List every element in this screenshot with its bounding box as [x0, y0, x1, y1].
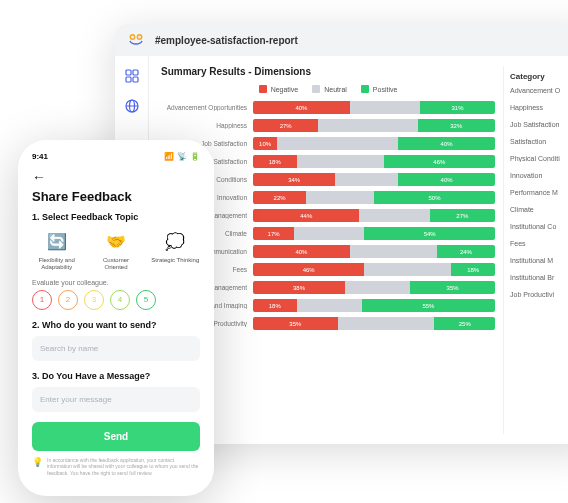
rating-2[interactable]: 2: [58, 290, 78, 310]
bar-segment-pos: 32%: [418, 119, 495, 132]
stacked-bar: 10%40%: [253, 137, 495, 150]
category-item[interactable]: Fees: [510, 240, 568, 247]
bar-segment-neu: [306, 191, 374, 204]
category-item[interactable]: Job Satisfaction: [510, 121, 568, 128]
section-3-label: 3. Do You Have a Message?: [32, 371, 200, 381]
brand-logo: [125, 29, 147, 51]
category-item[interactable]: Happiness: [510, 104, 568, 111]
topic-label: Customer Oriented: [91, 257, 140, 271]
rating-5[interactable]: 5: [136, 290, 156, 310]
status-icons: 📶 📡 🔋: [164, 152, 200, 161]
stacked-bar: 18%55%: [253, 299, 495, 312]
topic-label: Strategic Thinking: [151, 257, 199, 264]
message-input[interactable]: [32, 387, 200, 412]
nav-apps-icon[interactable]: [124, 68, 140, 84]
category-item[interactable]: Institutional Co: [510, 223, 568, 230]
back-button[interactable]: ←: [32, 169, 200, 185]
search-colleague-input[interactable]: [32, 336, 200, 361]
bar-segment-neu: [318, 119, 417, 132]
bar-segment-neg: 27%: [253, 119, 318, 132]
chart-row: Happiness27%32%: [161, 119, 495, 132]
send-button[interactable]: Send: [32, 422, 200, 451]
section-2-label: 2. Who do you want to send?: [32, 320, 200, 330]
bar-segment-neu: [345, 281, 410, 294]
stacked-bar: 46%18%: [253, 263, 495, 276]
bar-segment-neu: [277, 137, 398, 150]
topic-label: Flexibility and Adaptability: [32, 257, 81, 271]
svg-rect-4: [126, 77, 131, 82]
topic-icon: 🔄: [44, 228, 70, 254]
stacked-bar: 38%35%: [253, 281, 495, 294]
bar-segment-neg: 10%: [253, 137, 277, 150]
feedback-topic[interactable]: 🔄Flexibility and Adaptability: [32, 228, 81, 271]
bar-segment-neg: 22%: [253, 191, 306, 204]
stacked-bar: 35%25%: [253, 317, 495, 330]
chart-title: Summary Results - Dimensions: [161, 66, 495, 77]
category-item[interactable]: Institutional M: [510, 257, 568, 264]
chart-row-label: Happiness: [161, 122, 249, 129]
nav-globe-icon[interactable]: [124, 98, 140, 114]
bar-segment-pos: 31%: [420, 101, 495, 114]
bar-segment-neg: 46%: [253, 263, 364, 276]
bar-segment-pos: 24%: [437, 245, 495, 258]
category-list: Advancement OHappinessJob SatisfactionSa…: [510, 87, 568, 298]
legend-negative: Negative: [259, 85, 299, 93]
bar-segment-pos: 35%: [410, 281, 495, 294]
wifi-icon: 📡: [177, 152, 187, 161]
topic-icon: 🤝: [103, 228, 129, 254]
category-item[interactable]: Performance M: [510, 189, 568, 196]
status-time: 9:41: [32, 152, 48, 161]
bar-segment-neu: [335, 173, 398, 186]
category-item[interactable]: Satisfaction: [510, 138, 568, 145]
stacked-bar: 22%50%: [253, 191, 495, 204]
stacked-bar: 40%31%: [253, 101, 495, 114]
chart-row: Job Satisfaction10%40%: [161, 137, 495, 150]
bar-segment-neg: 40%: [253, 101, 350, 114]
disclaimer: 💡 In accordance with the feedback applic…: [32, 457, 200, 477]
chart-legend: Negative Neutral Positive: [161, 85, 495, 93]
category-item[interactable]: Advancement O: [510, 87, 568, 94]
stacked-bar: 34%40%: [253, 173, 495, 186]
bar-segment-neu: [350, 245, 437, 258]
chart-row: Advancement Opportunities40%31%: [161, 101, 495, 114]
bar-segment-neg: 38%: [253, 281, 345, 294]
svg-rect-3: [133, 70, 138, 75]
category-item[interactable]: Physical Conditi: [510, 155, 568, 162]
bar-segment-pos: 46%: [384, 155, 495, 168]
bar-segment-pos: 55%: [362, 299, 495, 312]
rating-3[interactable]: 3: [84, 290, 104, 310]
dashboard-header: #employee-satisfaction-report: [115, 24, 568, 56]
bar-segment-pos: 25%: [434, 317, 495, 330]
legend-positive: Positive: [361, 85, 398, 93]
bar-segment-pos: 40%: [398, 137, 495, 150]
bar-segment-pos: 27%: [430, 209, 495, 222]
svg-point-1: [137, 35, 141, 39]
battery-icon: 🔋: [190, 152, 200, 161]
feedback-topics: 🔄Flexibility and Adaptability🤝Customer O…: [32, 228, 200, 271]
bar-segment-neg: 34%: [253, 173, 335, 186]
bar-segment-neu: [350, 101, 420, 114]
legend-neutral: Neutral: [312, 85, 347, 93]
rating-1[interactable]: 1: [32, 290, 52, 310]
bar-segment-neg: 18%: [253, 155, 297, 168]
stacked-bar: 17%54%: [253, 227, 495, 240]
category-item[interactable]: Institutional Br: [510, 274, 568, 281]
category-item[interactable]: Innovation: [510, 172, 568, 179]
stacked-bar: 40%24%: [253, 245, 495, 258]
feedback-topic[interactable]: 🤝Customer Oriented: [91, 228, 140, 271]
bar-segment-neg: 40%: [253, 245, 350, 258]
rating-group: 12345: [32, 290, 200, 310]
signal-icon: 📶: [164, 152, 174, 161]
bar-segment-neu: [359, 209, 429, 222]
bar-segment-neg: 17%: [253, 227, 294, 240]
feedback-topic[interactable]: 💭Strategic Thinking: [151, 228, 200, 271]
bar-segment-neu: [297, 299, 362, 312]
disclaimer-text: In accordance with the feedback applicat…: [47, 457, 200, 477]
bar-segment-neu: [338, 317, 435, 330]
bar-segment-neu: [294, 227, 364, 240]
bar-segment-neg: 44%: [253, 209, 359, 222]
category-item[interactable]: Job Productivi: [510, 291, 568, 298]
rating-4[interactable]: 4: [110, 290, 130, 310]
svg-rect-2: [126, 70, 131, 75]
category-item[interactable]: Climate: [510, 206, 568, 213]
